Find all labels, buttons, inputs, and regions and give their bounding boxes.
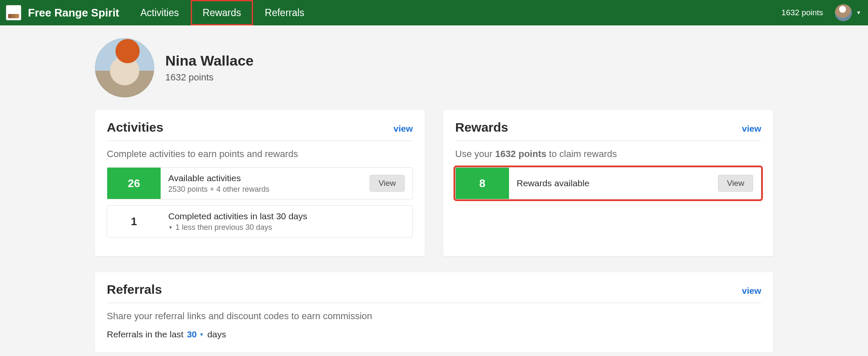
referrals-title: Referrals — [107, 282, 162, 297]
nav-tab-rewards[interactable]: Rewards — [191, 0, 253, 25]
completed-activities-row: 1 Completed activities in last 30 days ▼… — [107, 205, 413, 237]
chevron-down-icon: ▼ — [856, 10, 861, 16]
nav-tab-referrals[interactable]: Referrals — [253, 0, 316, 25]
nav-tab-activities[interactable]: Activities — [128, 0, 191, 25]
user-menu[interactable]: ▼ — [835, 4, 861, 21]
profile-header: Nina Wallace 1632 points — [95, 36, 773, 110]
activities-title: Activities — [107, 120, 163, 135]
profile-points: 1632 points — [165, 72, 253, 83]
available-activities-label: Available activities — [168, 173, 362, 183]
rewards-view-button[interactable]: View — [718, 175, 753, 192]
completed-count-badge: 1 — [107, 206, 161, 237]
brand-name: Free Range Spirit — [28, 6, 119, 19]
completed-activities-label: Completed activities in last 30 days — [168, 211, 405, 221]
referrals-card: Referrals view Share your referral links… — [95, 272, 773, 352]
rewards-card: Rewards view Use your 1632 points to cla… — [443, 110, 773, 256]
referrals-range-select[interactable]: 30 ▼ — [187, 329, 204, 339]
nav-tabs: Activities Rewards Referrals — [128, 0, 316, 25]
rewards-title: Rewards — [455, 120, 508, 135]
user-avatar-icon — [835, 4, 852, 21]
caret-down-icon: ▼ — [168, 225, 173, 230]
chevron-down-icon: ▼ — [199, 332, 204, 337]
available-activities-view-button[interactable]: View — [370, 175, 405, 192]
available-activities-row: 26 Available activities 2530 points + 4 … — [107, 167, 413, 199]
available-activities-sub: 2530 points + 4 other rewards — [168, 185, 362, 194]
rewards-view-link[interactable]: view — [742, 124, 761, 134]
activities-subtitle: Complete activities to earn points and r… — [107, 149, 413, 160]
referrals-view-link[interactable]: view — [742, 286, 761, 296]
top-navbar: Free Range Spirit Activities Rewards Ref… — [0, 0, 868, 25]
rewards-count-badge: 8 — [456, 168, 509, 199]
profile-avatar-icon — [95, 38, 154, 97]
nav-points: 1632 points — [782, 8, 823, 17]
rewards-available-label: Rewards available — [517, 178, 710, 188]
referrals-subtitle: Share your referral links and discount c… — [107, 311, 761, 322]
activities-card: Activities view Complete activities to e… — [95, 110, 425, 256]
completed-activities-delta: ▼ 1 less then previous 30 days — [168, 223, 405, 232]
rewards-subtitle: Use your 1632 points to claim rewards — [455, 149, 761, 160]
rewards-available-row: 8 Rewards available View — [455, 167, 761, 199]
profile-name: Nina Wallace — [165, 52, 253, 69]
referrals-range: Referrals in the last 30 ▼ days — [107, 329, 761, 339]
activities-view-link[interactable]: view — [393, 124, 413, 134]
brand[interactable]: Free Range Spirit — [0, 5, 128, 20]
brand-logo-icon — [6, 5, 21, 20]
available-count-badge: 26 — [107, 168, 161, 199]
